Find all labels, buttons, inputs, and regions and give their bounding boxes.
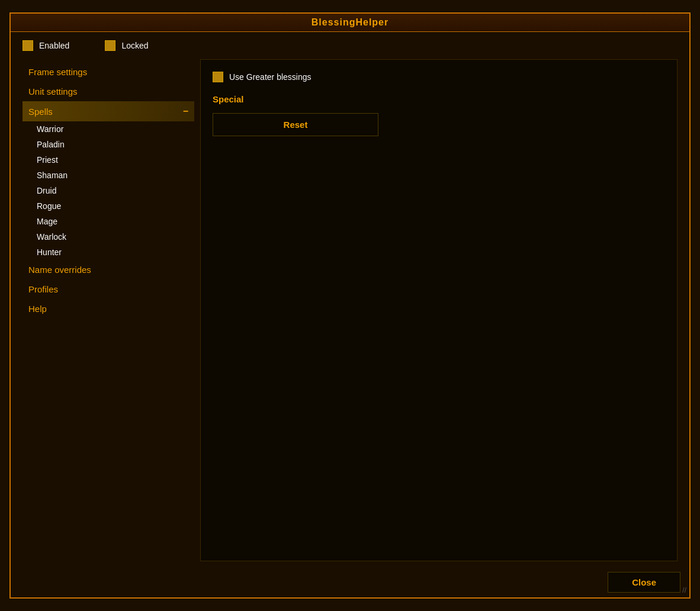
use-greater-row: Use Greater blessings xyxy=(213,72,665,82)
sidebar-item-warlock[interactable]: Warlock xyxy=(23,229,194,245)
sidebar-item-spells[interactable]: Spells − xyxy=(23,101,194,121)
reset-button[interactable]: Reset xyxy=(213,113,378,136)
sidebar-item-help[interactable]: Help xyxy=(23,299,194,319)
sidebar-item-druid[interactable]: Druid xyxy=(23,183,194,198)
close-button[interactable]: Close xyxy=(608,572,680,593)
locked-group: Locked xyxy=(105,40,148,51)
sidebar-item-shaman[interactable]: Shaman xyxy=(23,168,194,183)
enabled-label: Enabled xyxy=(39,41,69,50)
use-greater-label: Use Greater blessings xyxy=(229,72,312,82)
main-window: BlessingHelper Enabled Locked Frame sett… xyxy=(9,12,691,599)
top-controls: Enabled Locked xyxy=(11,32,689,59)
window-title: BlessingHelper xyxy=(312,17,388,27)
main-area: Frame settings Unit settings Spells − Wa… xyxy=(11,59,689,567)
sidebar-item-hunter[interactable]: Hunter xyxy=(23,245,194,260)
bottom-bar: Close xyxy=(11,567,689,597)
collapse-icon: − xyxy=(183,106,188,117)
corner-decoration: // xyxy=(682,586,686,594)
enabled-group: Enabled xyxy=(23,40,69,51)
content-area: Use Greater blessings Special Reset xyxy=(200,59,677,561)
locked-checkbox[interactable] xyxy=(105,40,115,51)
sidebar-item-unit-settings[interactable]: Unit settings xyxy=(23,82,194,101)
sidebar-item-profiles[interactable]: Profiles xyxy=(23,279,194,299)
sidebar-item-priest[interactable]: Priest xyxy=(23,152,194,168)
enabled-checkbox[interactable] xyxy=(23,40,33,51)
special-label: Special xyxy=(213,94,665,104)
locked-label: Locked xyxy=(121,41,148,50)
title-bar: BlessingHelper xyxy=(11,14,689,32)
sidebar-item-name-overrides[interactable]: Name overrides xyxy=(23,260,194,279)
sidebar-item-mage[interactable]: Mage xyxy=(23,214,194,229)
sidebar-item-rogue[interactable]: Rogue xyxy=(23,198,194,214)
sidebar-item-paladin[interactable]: Paladin xyxy=(23,137,194,152)
sidebar-item-warrior[interactable]: Warrior xyxy=(23,121,194,137)
use-greater-checkbox[interactable] xyxy=(213,72,223,82)
sidebar: Frame settings Unit settings Spells − Wa… xyxy=(23,59,194,561)
sidebar-item-frame-settings[interactable]: Frame settings xyxy=(23,62,194,82)
